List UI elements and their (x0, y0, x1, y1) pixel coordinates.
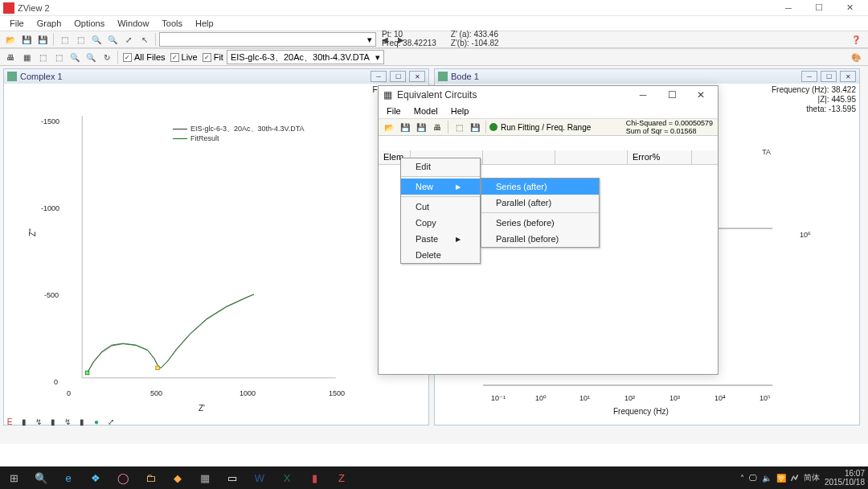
zoom-icon[interactable]: 🔍 (84, 50, 98, 64)
ctx-new[interactable]: New▶ (401, 179, 480, 195)
close-button[interactable]: ✕ (834, 0, 865, 16)
ctx-edit[interactable]: Edit (401, 158, 480, 175)
ctx-delete[interactable]: Delete (401, 247, 480, 263)
word-icon[interactable]: W (246, 466, 273, 489)
window-min-button[interactable]: ─ (371, 71, 387, 82)
tray-chevron-icon[interactable]: ˄ (740, 474, 744, 483)
ctx-parallel-before[interactable]: Parallel (before) (481, 231, 599, 247)
tool-icon[interactable]: ▮ (18, 415, 31, 428)
zview-taskbar-icon[interactable]: Z (328, 466, 355, 489)
eq-max-button[interactable]: ☐ (660, 87, 684, 103)
ctx-copy[interactable]: Copy (401, 215, 480, 231)
search-icon[interactable]: 🔍 (27, 466, 55, 489)
bode-window-title: Bode 1 (451, 72, 479, 81)
calculator-icon[interactable]: ▦ (191, 466, 219, 489)
menu-options[interactable]: Options (68, 17, 111, 30)
app-icon[interactable]: ◯ (109, 466, 137, 489)
excel-icon[interactable]: X (273, 466, 301, 489)
fit-checkbox[interactable]: ✓Fit (203, 52, 223, 62)
open-icon[interactable]: 📂 (3, 32, 18, 47)
y-tick: -500 (44, 291, 59, 299)
print-icon[interactable]: 🖶 (3, 50, 18, 64)
eq-menu-help[interactable]: Help (446, 105, 474, 117)
range-dropdown[interactable]: ▾ (159, 32, 376, 47)
zoom-icon[interactable]: 🔍 (68, 50, 82, 64)
eq-menu-model[interactable]: Model (409, 105, 443, 117)
eq-save-icon[interactable]: 💾 (468, 120, 482, 134)
tool-icon[interactable]: ↯ (61, 415, 74, 428)
tool-icon[interactable]: ▮ (76, 415, 88, 428)
save-icon[interactable]: 💾 (19, 32, 34, 47)
grid-icon[interactable]: ▦ (19, 50, 34, 64)
x-tick: 0 (67, 389, 71, 397)
tray-lang[interactable]: 简体 (804, 472, 820, 483)
eq-save-icon[interactable]: 💾 (414, 120, 428, 134)
help-icon[interactable]: ❓ (849, 32, 863, 47)
eq-save-icon[interactable]: 💾 (398, 120, 412, 134)
menu-tools[interactable]: Tools (155, 17, 189, 30)
nyquist-plot (68, 116, 350, 386)
ctx-cut[interactable]: Cut (401, 199, 480, 215)
eq-open-icon[interactable]: 📂 (382, 120, 396, 134)
cursor-icon[interactable]: ↖ (137, 32, 152, 47)
tool-icon[interactable]: ▮ (47, 415, 59, 428)
zoom-out-icon[interactable]: 🔍 (105, 32, 120, 47)
start-button[interactable]: ⊞ (0, 466, 27, 489)
app-icon[interactable]: ▮ (301, 466, 328, 489)
tool-icon[interactable]: ⬚ (73, 32, 88, 47)
tool-icon[interactable]: ↯ (32, 415, 45, 428)
window-min-button[interactable]: ─ (801, 71, 817, 82)
maximize-button[interactable]: ☐ (804, 0, 834, 16)
window-close-button[interactable]: ✕ (840, 71, 856, 82)
eq-print-icon[interactable]: 🖶 (430, 120, 444, 134)
file-dropdown[interactable]: EIS-glc-6-3、20Ac、30th-4.3V.DTA▾ (227, 50, 384, 64)
style-icon[interactable]: 🎨 (849, 50, 863, 64)
tool-icon[interactable]: ⤢ (104, 415, 117, 428)
fit-label: Fit (214, 52, 223, 62)
app-icon[interactable]: ❖ (82, 466, 109, 489)
minimize-button[interactable]: ─ (773, 0, 804, 16)
x-tick: 1000 (240, 389, 256, 397)
tray-battery-icon[interactable]: 🗲 (791, 474, 799, 483)
tray-volume-icon[interactable]: 🔈 (762, 474, 772, 483)
tray-clock[interactable]: 16:07 2015/10/18 (825, 469, 865, 487)
all-files-checkbox[interactable]: ✓All Files (123, 52, 166, 62)
menubar: File Graph Options Window Tools Help (0, 16, 868, 31)
tool-icon[interactable]: ● (90, 415, 103, 428)
tool-icon[interactable]: ⬚ (57, 32, 72, 47)
window-close-button[interactable]: ✕ (409, 71, 425, 82)
window-title: ZView 2 (18, 3, 773, 13)
ctx-paste[interactable]: Paste▶ (401, 231, 480, 247)
tool-icon[interactable]: E (3, 415, 16, 428)
menu-graph[interactable]: Graph (31, 17, 68, 30)
tool-icon[interactable]: ⬚ (51, 50, 66, 64)
eq-min-button[interactable]: ─ (631, 87, 655, 103)
ctx-series-before[interactable]: Series (before) (481, 215, 599, 231)
menu-file[interactable]: File (3, 17, 31, 30)
zoom-fit-icon[interactable]: ⤢ (121, 32, 136, 47)
tool-icon[interactable]: ⬚ (35, 50, 50, 64)
tray-monitor-icon[interactable]: 🖵 (749, 474, 757, 483)
saveas-icon[interactable]: 💾 (35, 32, 50, 47)
eq-tool-icon[interactable]: ⬚ (452, 120, 466, 134)
menu-window[interactable]: Window (111, 17, 155, 30)
window-max-button[interactable]: ☐ (821, 71, 837, 82)
window-max-button[interactable]: ☐ (390, 71, 406, 82)
plot-icon (7, 72, 17, 81)
app-icon (3, 2, 14, 14)
ie-icon[interactable]: e (55, 466, 82, 489)
svg-rect-3 (85, 371, 88, 374)
explorer-icon[interactable]: 🗀 (137, 466, 164, 489)
menu-help[interactable]: Help (189, 17, 220, 30)
live-checkbox[interactable]: ✓Live (170, 52, 198, 62)
tray-network-icon[interactable]: 🛜 (776, 474, 786, 483)
eq-menu-file[interactable]: File (382, 105, 406, 117)
zoom-in-icon[interactable]: 🔍 (89, 32, 104, 47)
ctx-parallel-after[interactable]: Parallel (after) (481, 195, 599, 211)
app-icon[interactable]: ◆ (164, 466, 191, 489)
eq-close-button[interactable]: ✕ (689, 87, 713, 103)
ctx-series-after[interactable]: Series (after) (481, 179, 599, 195)
run-fitting-button[interactable]: Run Fitting / Freq. Range (489, 123, 591, 132)
app-icon[interactable]: ▭ (219, 466, 246, 489)
refresh-icon[interactable]: ↻ (100, 50, 114, 64)
